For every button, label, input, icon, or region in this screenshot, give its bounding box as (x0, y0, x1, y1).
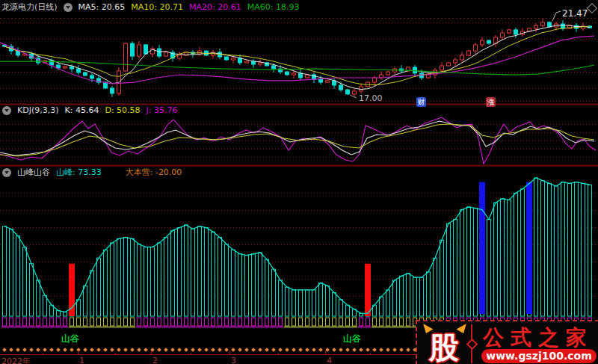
indicator-bar (339, 300, 343, 316)
axis-month-label: 4 (327, 356, 332, 364)
indicator-bar (138, 244, 141, 316)
indicator-bar (232, 250, 235, 316)
base-tick (158, 318, 161, 326)
collapse-main-icon[interactable] (64, 3, 73, 12)
base-tick (380, 318, 383, 326)
indicator-bar (212, 232, 215, 316)
indicator-bar (386, 290, 390, 316)
candle (481, 40, 484, 45)
indicator-bar (299, 290, 303, 316)
indicator-bar (37, 280, 40, 316)
base-tick (272, 318, 276, 326)
indicator-bar (400, 276, 404, 316)
base-tick (245, 318, 249, 326)
calendar-dot (352, 348, 357, 352)
indicator-bar (501, 199, 505, 316)
indicator-bar (30, 264, 34, 316)
indicator-bar (272, 269, 276, 316)
candle (373, 78, 377, 82)
indicator-bar (319, 283, 323, 316)
candle (144, 45, 148, 54)
base-tick (117, 318, 121, 326)
calendar-dot (345, 348, 350, 352)
calendar-dot (218, 348, 222, 352)
base-tick (225, 318, 229, 326)
indicator-bar (561, 182, 565, 316)
candle (326, 81, 330, 82)
indicator-bar (292, 290, 296, 316)
indicator-bar (191, 229, 195, 316)
indicator-bar (541, 181, 545, 316)
axis-month-label: 3 (231, 356, 236, 364)
ma5-label: MA5: 20.65 (78, 2, 126, 12)
calendar-dot (224, 348, 229, 352)
indicator-bar (333, 293, 336, 316)
chart-canvas[interactable] (0, 0, 598, 364)
indicator-bar (514, 193, 518, 316)
indicator-bar (407, 274, 410, 316)
candle (158, 49, 161, 56)
base-tick (373, 318, 377, 326)
base-tick (70, 318, 74, 326)
calendar-dot (251, 348, 256, 352)
candle (84, 73, 87, 75)
valley-label: 山谷 (343, 333, 361, 345)
calendar-dot (372, 348, 377, 352)
calendar-dot (386, 348, 390, 352)
peak-signal-bar (479, 182, 485, 314)
calendar-dot (9, 348, 13, 352)
collapse-indicator-icon[interactable] (2, 168, 11, 177)
base-tick (50, 318, 54, 326)
base-tick (16, 318, 20, 326)
calendar-dot (70, 348, 74, 352)
base-tick (144, 318, 148, 326)
base-tick (400, 318, 404, 326)
candle (286, 72, 289, 75)
indicator-bar (588, 185, 592, 316)
base-tick (407, 318, 410, 326)
collapse-kdj-icon[interactable] (2, 106, 11, 115)
indicator-bar (3, 226, 7, 316)
calendar-dot (191, 348, 195, 352)
news-badge-zhang[interactable]: 涨 (486, 97, 496, 107)
calendar-dot (137, 348, 141, 352)
base-tick (259, 318, 262, 326)
indicator-bar (265, 259, 269, 316)
ma20-label: MA20: 20.61 (189, 2, 241, 12)
candle (70, 67, 74, 69)
indicator-bar (427, 272, 431, 316)
base-tick (212, 318, 215, 326)
base-tick (64, 318, 67, 326)
indicator-bar (259, 253, 262, 316)
calendar-dot (83, 348, 87, 352)
candle (467, 51, 471, 55)
base-tick (306, 318, 309, 326)
calendar-dot (110, 348, 114, 352)
news-badge-cai[interactable]: 财 (416, 97, 426, 107)
logo-diamond-icon (466, 339, 478, 351)
logo-bull-mark: 股 (422, 324, 468, 363)
indicator-bar (312, 290, 316, 316)
logo-site-url: www.gszj100.com (481, 349, 597, 363)
indicator-bar (124, 238, 128, 316)
indicator-bar (454, 220, 457, 317)
indicator-bar (23, 247, 27, 317)
base-tick (238, 318, 242, 326)
indicator-bar (104, 250, 108, 316)
calendar-dot (238, 348, 242, 352)
calendar-dot (325, 348, 330, 352)
base-tick (292, 318, 296, 326)
indicator-bar (97, 258, 101, 316)
indicator-bar (64, 312, 67, 316)
indicator-bar (534, 178, 538, 316)
indicator-bar (57, 311, 61, 316)
indicator-bar (434, 258, 437, 316)
indicator-bar (117, 238, 121, 316)
base-tick (138, 318, 141, 326)
calendar-dot (43, 348, 47, 352)
indicator-header: 山峰山谷 山峰: 73.33 大本营: -20.00 (2, 167, 182, 177)
ma60-label: MA60: 18.93 (247, 2, 300, 12)
stock-chart-screen: 龙源电力(日线) MA5: 20.65 MA10: 20.71 MA20: 20… (0, 0, 598, 364)
candle (124, 43, 128, 71)
base-tick (279, 318, 283, 326)
